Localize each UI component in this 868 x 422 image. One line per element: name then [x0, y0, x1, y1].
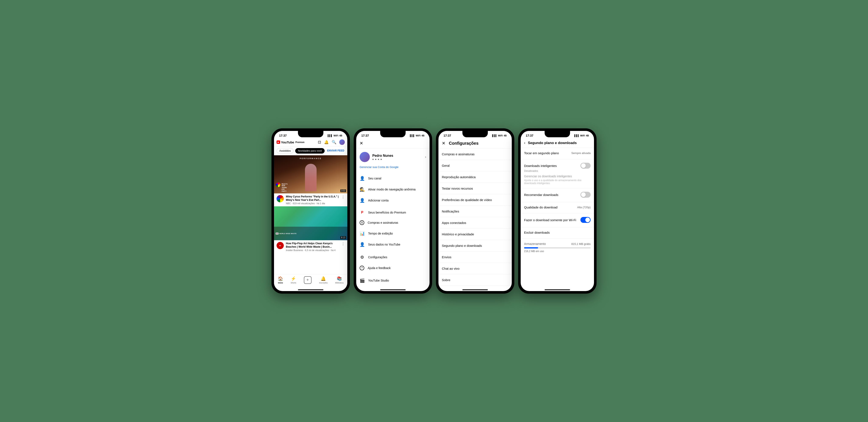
video-2-title[interactable]: How Flip-Flop Art Helps Clean Kenya's Be… [286, 242, 339, 249]
bg-row-play-background: Tocar em segundo plano Sempre ativada [521, 148, 594, 159]
settings-item-autoplay[interactable]: Reprodução automática [438, 171, 512, 183]
settings-header: ✕ Configurações [438, 138, 512, 149]
status-time-1: 17:37 [279, 134, 287, 137]
status-time-2: 17:37 [361, 134, 369, 137]
home-indicator-2 [380, 289, 406, 290]
recommend-downloads-toggle[interactable] [581, 192, 591, 198]
menu-item-settings[interactable]: ⚙ Configurações [356, 252, 430, 263]
video-1-info: Miley Cyrus Performs "Party in the U.S.A… [274, 193, 347, 206]
yt-logo-icon: ▶ [277, 140, 280, 144]
menu-item-incognito[interactable]: 🕵 Ativar modo de navegação anônima [356, 184, 430, 195]
notch-2 [380, 131, 406, 137]
recommend-downloads-thumb [581, 192, 586, 197]
video-1-more-icon[interactable]: ⋮ [341, 195, 345, 199]
menu-label-help: Ajuda e feedback [368, 266, 391, 270]
smart-downloads-thumb [581, 163, 586, 168]
yt-bottom-nav: 🏠 Início ⚡ Shorts + 🔔 Inscrições 📚 Bibli… [274, 274, 347, 288]
settings-item-uploads[interactable]: Envios [438, 252, 512, 263]
yt-hero-miley-text: MILEY'S NEW YEARS EVE PARTY [282, 183, 287, 192]
menu-item-music[interactable]: 🎵 YouTube Music [356, 286, 430, 288]
menu-item-add-account[interactable]: 👤 Adicionar conta [356, 195, 430, 206]
menu-item-watch-time[interactable]: 📊 Tempo de exibição [356, 228, 430, 239]
bi-logo-badge: BI [276, 233, 278, 234]
bg-content: Tocar em segundo plano Sempre ativada Do… [521, 148, 594, 288]
settings-item-video-quality[interactable]: Preferências de qualidade de vídeo [438, 194, 512, 206]
video-1-title[interactable]: Miley Cyrus Performs "Party in the U.S.A… [286, 195, 339, 202]
menu-item-channel[interactable]: 👤 Seu canal [356, 173, 430, 184]
profile-arrow-icon: › [425, 155, 426, 159]
cast-icon[interactable]: ⊡ [318, 140, 321, 144]
storage-used: 216,2 MB em uso [524, 250, 591, 253]
bg-row-wifi-only: Fazer o download somente por Wi-Fi [521, 214, 594, 227]
nav-shorts[interactable]: ⚡ Shorts [291, 276, 296, 284]
premium-icon: P [360, 210, 365, 215]
settings-item-purchases[interactable]: Compras e assinaturas [438, 149, 512, 160]
video-2-duration: 8:13 [340, 236, 346, 239]
settings-item-general[interactable]: Geral [438, 160, 512, 171]
search-icon[interactable]: 🔍 [332, 140, 336, 144]
channel-icon: 👤 [360, 176, 365, 181]
bg-back-button[interactable]: ‹ [524, 141, 525, 145]
bell-icon[interactable]: 🔔 [324, 140, 329, 144]
nav-add[interactable]: + [304, 276, 311, 284]
bg-row-smart-downloads: Downloads inteligentes Desativados Geren… [521, 159, 594, 188]
avatar-icon[interactable] [339, 139, 345, 145]
chip-novidades[interactable]: Novidades para você [295, 148, 324, 154]
storage-label: Armazenamento [524, 242, 546, 246]
video-2-thumbnail[interactable]: BI WORLD WIDE WASTE 8:13 [274, 206, 347, 240]
nbc-channel-avatar[interactable] [277, 195, 284, 202]
chip-enviar[interactable]: ENVIAR FEED [327, 148, 345, 154]
menu-label-incognito: Ativar modo de navegação anônima [368, 188, 415, 191]
studio-icon: 🎬 [360, 278, 365, 283]
manage-smart-downloads: Gerenciar os downloads inteligentes Ajus… [524, 174, 591, 185]
wifi-only-toggle[interactable] [581, 217, 591, 223]
status-time-4: 17:37 [526, 134, 533, 137]
battery-icon-3: 4B [504, 134, 507, 137]
add-icon[interactable]: + [304, 276, 311, 284]
battery-icon-2: 4B [422, 134, 425, 137]
menu-item-studio[interactable]: 🎬 YouTube Studio [356, 275, 430, 286]
video-1-sub: NBC · 619 mil visualizações · há 1 dia [286, 202, 339, 205]
yt-hero-thumbnail[interactable]: PERFORMANCE MILEY'S NEW YEARS EVE [274, 155, 347, 193]
close-button[interactable]: ✕ [360, 141, 363, 146]
settings-title: Configurações [449, 141, 478, 146]
settings-item-test-features[interactable]: Testar novos recursos [438, 183, 512, 194]
menu-profile[interactable]: Pedro Nunes ■ ■ ■ ■ › [356, 149, 430, 165]
menu-label-studio: YouTube Studio [368, 279, 389, 282]
play-background-label: Tocar em segundo plano [524, 151, 559, 155]
bg-row-download-quality[interactable]: Qualidade do download Alta (720p) [521, 202, 594, 214]
smart-downloads-toggle[interactable] [581, 163, 591, 169]
settings-item-about[interactable]: Sobre [438, 274, 512, 286]
menu-item-data[interactable]: 👤 Seus dados no YouTube [356, 239, 430, 250]
notch-3 [462, 131, 488, 137]
nav-home[interactable]: 🏠 Início [278, 276, 283, 284]
storage-bar [524, 247, 591, 249]
nav-subscriptions[interactable]: 🔔 Inscrições [319, 276, 328, 284]
settings-item-connected-apps[interactable]: Apps conectados [438, 217, 512, 229]
settings-item-background-downloads[interactable]: Segundo plano e downloads [438, 240, 512, 252]
settings-item-history-privacy[interactable]: Histórico e privacidade [438, 229, 512, 240]
screen-4: 17:37 ▌▌▌ WiFi 4B ‹ Segundo plano e down… [521, 131, 594, 291]
menu-item-premium[interactable]: P Seus benefícios do Premium [356, 207, 430, 217]
storage-section: Armazenamento 815,1 MB grátis 216,2 MB e… [521, 239, 594, 256]
menu-item-purchases[interactable]: $ Compras e assinaturas [356, 217, 430, 228]
manage-google-link[interactable]: Gerenciar sua Conta do Google [356, 165, 430, 171]
status-time-3: 17:37 [443, 134, 451, 137]
bi-channel-avatar[interactable]: BI [277, 242, 284, 249]
settings-item-live-chat[interactable]: Chat ao vivo [438, 263, 512, 274]
video-2-more-icon[interactable]: ⋮ [341, 242, 345, 246]
settings-close-icon[interactable]: ✕ [442, 141, 445, 146]
menu-item-help[interactable]: ? Ajuda e feedback [356, 263, 430, 273]
chip-assistidos[interactable]: Assistidos [277, 148, 293, 154]
settings-item-notifications[interactable]: Notificações [438, 206, 512, 217]
nav-library[interactable]: 📚 Biblioteca [335, 276, 343, 284]
wifi-icon-4: WiFi [580, 134, 585, 137]
notch-4 [545, 131, 570, 137]
purchases-icon: $ [360, 220, 364, 225]
bg-row-delete-downloads[interactable]: Excluir downloads [521, 227, 594, 239]
menu-label-add-account: Adicionar conta [368, 199, 389, 202]
menu-label-premium: Seus benefícios do Premium [368, 211, 406, 214]
manage-smart-label: Gerenciar os downloads inteligentes [524, 174, 591, 178]
hero-duration: 3:53 [340, 189, 346, 192]
video-2-meta: How Flip-Flop Art Helps Clean Kenya's Be… [286, 242, 339, 252]
